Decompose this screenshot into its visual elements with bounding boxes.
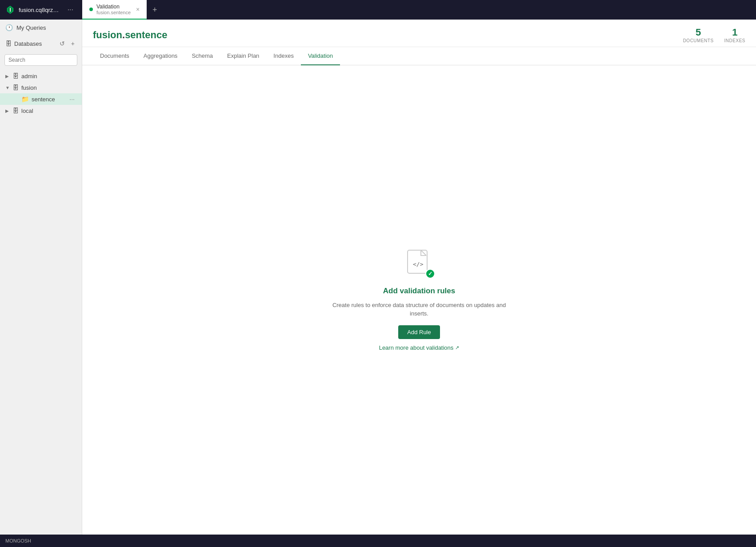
top-tabs-area: Validation fusion.sentence × + <box>82 0 756 20</box>
chevron-right-icon: ▶ <box>5 108 10 113</box>
tab-aggregations[interactable]: Aggregations <box>136 47 185 65</box>
app-logo-icon <box>5 5 15 15</box>
chevron-down-icon: ▼ <box>5 85 10 90</box>
learn-more-text: Learn more about validations <box>379 344 454 351</box>
indexes-count: 1 <box>724 27 745 38</box>
tab-name: Validation <box>96 4 131 10</box>
namespace-db: fusion <box>93 29 122 40</box>
empty-state-title: Add validation rules <box>383 287 455 295</box>
tab-indexes[interactable]: Indexes <box>266 47 301 65</box>
databases-label: Databases <box>14 40 55 47</box>
content-area: fusion.sentence 5 DOCUMENTS 1 INDEXES Do… <box>82 20 756 535</box>
sidebar-my-queries-section: 🕐 My Queries <box>0 20 82 36</box>
tab-close-icon[interactable]: × <box>136 6 140 13</box>
database-icon: 🗄 <box>12 107 19 114</box>
tab-explain-plan[interactable]: Explain Plan <box>220 47 266 65</box>
empty-state: </> ✓ Add validation rules Create rules … <box>330 249 508 351</box>
main-layout: 🕐 My Queries 🗄 Databases ↺ + ▶ 🗄 admin ▼… <box>0 20 756 535</box>
clock-icon: 🕐 <box>5 24 13 31</box>
database-icon: 🗄 <box>12 84 19 91</box>
sidebar-item-local[interactable]: ▶ 🗄 local <box>0 105 82 116</box>
namespace-collection: sentence <box>125 29 167 40</box>
sidebar-item-fusion[interactable]: ▼ 🗄 fusion <box>0 82 82 93</box>
bottom-bar-label: MONGOSH <box>5 538 31 543</box>
stats-area: 5 DOCUMENTS 1 INDEXES <box>683 27 745 43</box>
refresh-databases-button[interactable]: ↺ <box>58 39 67 48</box>
content-header: fusion.sentence 5 DOCUMENTS 1 INDEXES <box>82 20 756 47</box>
top-bar: fusion.cq8qrz4.... ··· Validation fusion… <box>0 0 756 20</box>
bottom-bar: MONGOSH <box>0 535 756 547</box>
new-tab-button[interactable]: + <box>147 0 163 20</box>
empty-state-description: Create rules to enforce data structure o… <box>330 301 508 318</box>
documents-count: 5 <box>683 27 714 38</box>
check-badge-icon: ✓ <box>425 269 435 279</box>
database-icon: 🗄 <box>5 40 12 47</box>
app-logo-area[interactable]: fusion.cq8qrz4.... ··· <box>0 5 82 15</box>
svg-rect-2 <box>10 8 11 12</box>
database-icon: 🗄 <box>12 72 19 80</box>
validation-icon-wrapper: </> ✓ <box>405 249 433 278</box>
add-rule-button[interactable]: Add Rule <box>398 325 440 339</box>
add-database-button[interactable]: + <box>69 39 76 48</box>
app-title: fusion.cq8qrz4.... <box>19 7 60 13</box>
documents-label: DOCUMENTS <box>683 38 714 43</box>
svg-text:</>: </> <box>413 261 424 268</box>
content-tabs: Documents Aggregations Schema Explain Pl… <box>82 47 756 65</box>
page-title: fusion.sentence <box>93 29 683 41</box>
sidebar-item-admin[interactable]: ▶ 🗄 admin <box>0 70 82 82</box>
my-queries-label: My Queries <box>16 24 46 31</box>
sidebar-databases-header: 🗄 Databases ↺ + <box>0 36 82 52</box>
learn-more-link[interactable]: Learn more about validations ↗ <box>379 344 460 351</box>
top-tab-validation[interactable]: Validation fusion.sentence × <box>82 0 147 20</box>
tab-schema[interactable]: Schema <box>184 47 220 65</box>
external-link-icon: ↗ <box>455 345 459 351</box>
sidebar-tree: ▶ 🗄 admin ▼ 🗄 fusion 📁 sentence ··· ▶ 🗄 <box>0 68 82 118</box>
app-menu-button[interactable]: ··· <box>64 6 77 14</box>
tab-active-dot <box>89 8 93 11</box>
tab-subtitle: fusion.sentence <box>96 10 131 15</box>
sidebar-item-my-queries[interactable]: 🕐 My Queries <box>0 20 82 36</box>
sidebar-db-label: local <box>21 108 76 114</box>
chevron-right-icon: ▶ <box>5 74 10 79</box>
tab-documents[interactable]: Documents <box>93 47 136 65</box>
collection-options-button[interactable]: ··· <box>68 96 76 103</box>
sidebar: 🕐 My Queries 🗄 Databases ↺ + ▶ 🗄 admin ▼… <box>0 20 82 535</box>
sidebar-db-label: admin <box>21 73 76 80</box>
documents-stat: 5 DOCUMENTS <box>683 27 714 43</box>
collection-icon: 📁 <box>21 96 29 103</box>
sidebar-db-label: fusion <box>21 84 76 91</box>
search-input[interactable] <box>4 54 77 66</box>
sidebar-collection-label: sentence <box>32 96 65 103</box>
sidebar-item-sentence[interactable]: 📁 sentence ··· <box>0 93 82 105</box>
indexes-stat: 1 INDEXES <box>724 27 745 43</box>
indexes-label: INDEXES <box>724 38 745 43</box>
tab-validation[interactable]: Validation <box>301 47 340 65</box>
tab-info: Validation fusion.sentence <box>96 4 131 15</box>
sidebar-search-area <box>0 52 82 68</box>
content-body: </> ✓ Add validation rules Create rules … <box>82 65 756 535</box>
